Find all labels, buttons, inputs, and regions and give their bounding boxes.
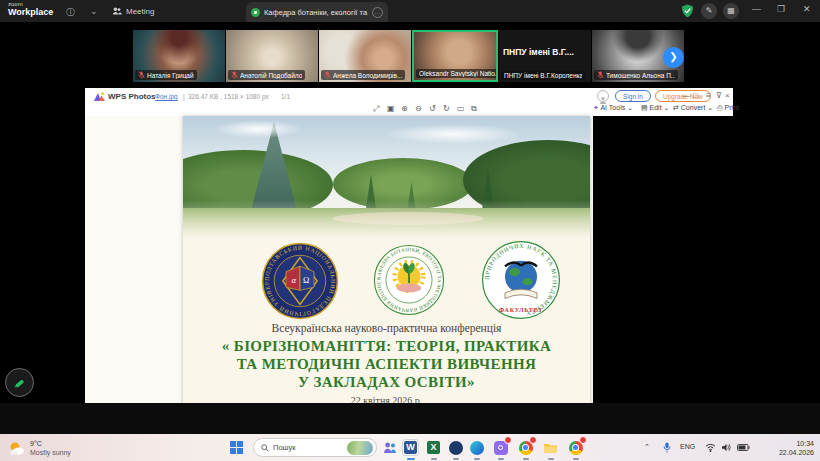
weather-widget[interactable]: 9°C Mostly sunny	[8, 439, 71, 457]
wps-maximize-icon[interactable]: □	[693, 91, 698, 100]
zoom-workplace-logo: zoom Workplace	[8, 1, 53, 17]
convert-menu[interactable]: ⇄ Convert ⌄	[673, 104, 713, 112]
meeting-people-icon	[112, 6, 122, 16]
participant-tile-text: ПНПУ імені В.Г....	[503, 47, 574, 57]
edit-menu[interactable]: ▤ Edit ⌄	[641, 104, 669, 112]
wps-minimize-icon[interactable]: —	[682, 91, 690, 100]
participant-tile[interactable]: Анжела Володимирів...	[319, 30, 411, 82]
search-highlight-thumbnail[interactable]	[347, 441, 373, 455]
clock-time: 10:34	[779, 439, 814, 448]
minimize-button[interactable]: —	[752, 4, 761, 14]
tray-chevron-icon[interactable]: ⌃	[644, 443, 650, 451]
svg-text:α: α	[291, 275, 296, 285]
frame-icon[interactable]: ⧉	[471, 104, 477, 114]
clock-date: 22.04.2026	[779, 448, 814, 457]
chevron-down-icon[interactable]: ⌄	[90, 6, 98, 16]
conference-poster: ПОЛТАВСЬКИЙ НАЦІОНАЛЬНИЙ ПЕДАГОГІЧНИЙ УН…	[183, 116, 590, 406]
wps-photos-canvas: ПОЛТАВСЬКИЙ НАЦІОНАЛЬНИЙ ПЕДАГОГІЧНИЙ УН…	[85, 116, 593, 403]
muted-mic-icon	[324, 71, 331, 79]
delete-icon[interactable]: ▭	[457, 104, 465, 113]
menu-icon[interactable]: ≡	[706, 91, 711, 100]
close-button[interactable]: ✕	[803, 4, 811, 14]
meeting-controls: ⌄ Audio ⌄ Video 40 ⌄ Participants Chat	[0, 403, 820, 434]
apps-grid-icon[interactable]: ▦	[723, 3, 739, 19]
navy-app-icon[interactable]	[447, 439, 464, 456]
wps-file-link[interactable]: Фон.jpg	[155, 93, 178, 100]
info-icon[interactable]: ⓘ	[66, 6, 75, 19]
wps-page-indicator: 1/1	[281, 93, 290, 100]
titlebar: zoom Workplace ⓘ ⌄ Meeting Кафедра ботан…	[0, 0, 820, 22]
conference-type: Всеукраїнська науково-практична конферен…	[183, 322, 590, 334]
weather-icon	[8, 440, 25, 457]
tab-more-icon[interactable]: …	[372, 7, 383, 18]
participant-tile-active-speaker[interactable]: Oleksandr Savytskyi Natio...	[412, 30, 498, 82]
sign-in-button[interactable]: Sign in	[615, 90, 651, 102]
muted-mic-icon	[597, 71, 604, 79]
security-shield-icon[interactable]	[681, 4, 694, 18]
participant-tile[interactable]: ПНПУ імені В.Г.... ПНПУ імені В.Г.Короле…	[499, 30, 591, 82]
pin-icon[interactable]: ⊽	[716, 91, 722, 100]
wps-close-icon[interactable]: ×	[725, 91, 730, 100]
next-videos-button[interactable]: ❯	[663, 47, 684, 68]
svg-text:Ω: Ω	[303, 275, 309, 285]
viber-notification-badge	[504, 436, 512, 444]
wps-app-name: WPS Photos	[108, 92, 156, 101]
file-explorer-icon[interactable]	[542, 439, 559, 456]
battery-icon[interactable]	[737, 444, 750, 451]
edge-icon[interactable]	[468, 439, 485, 456]
word-icon[interactable]: W	[402, 439, 419, 456]
faculty-caption: ФАКУЛЬТЕТ	[499, 307, 543, 313]
muted-mic-icon	[231, 71, 238, 79]
annotation-button[interactable]	[5, 368, 34, 397]
wps-photos-logo	[94, 91, 105, 101]
maximize-button[interactable]: ❐	[777, 4, 785, 14]
pencil-icon	[13, 376, 26, 389]
tab-shared-screen[interactable]: Кафедра ботаніки, екології та м …	[246, 2, 388, 22]
zoom-out-icon[interactable]: ⊖	[415, 104, 422, 113]
start-button[interactable]	[228, 439, 245, 456]
speaker-icon[interactable]	[721, 443, 731, 452]
chrome2-notification-badge	[579, 436, 587, 444]
department-logo: КАФЕДРА БОТАНІКИ, ЕКОЛОГІЇ ТА МЕТОДИКИ Н…	[373, 244, 445, 316]
annotate-pencil-icon[interactable]: ✎	[701, 3, 717, 19]
clock-widget[interactable]: 10:34 22.04.2026	[779, 439, 814, 457]
windows-taskbar: 9°C Mostly sunny Пошук W X	[0, 434, 820, 461]
tab-camera-icon	[251, 8, 260, 17]
viber-icon[interactable]	[492, 439, 509, 456]
chrome-notification-badge	[529, 436, 537, 444]
fullscreen-icon[interactable]: ⤢	[373, 104, 379, 114]
tray-mic-icon[interactable]	[663, 442, 671, 453]
language-indicator[interactable]: ENG	[680, 443, 695, 450]
chrome-icon[interactable]	[517, 439, 534, 456]
logos-row: ПОЛТАВСЬКИЙ НАЦІОНАЛЬНИЙ ПЕДАГОГІЧНИЙ УН…	[183, 240, 590, 320]
avatar[interactable]	[597, 90, 609, 102]
wifi-icon[interactable]	[705, 443, 716, 452]
excel-icon[interactable]: X	[425, 439, 442, 456]
faculty-logo: ПРИРОДНИЧИХ НАУК ТА МЕНЕДЖМЕНТУ ФАКУЛЬТЕ…	[481, 240, 561, 320]
university-emblem: ПОЛТАВСЬКИЙ НАЦІОНАЛЬНИЙ ПЕДАГОГІЧНИЙ УН…	[261, 242, 339, 320]
conference-title: « БІОРІЗНОМАНІТТЯ: ТЕОРІЯ, ПРАКТИКА ТА М…	[183, 337, 590, 391]
rotate-right-icon[interactable]: ↻	[443, 104, 450, 113]
zoom-in-icon[interactable]: ⊕	[401, 104, 408, 113]
weather-temp: 9°C	[30, 439, 71, 448]
chrome-profile2-icon[interactable]	[567, 439, 584, 456]
rotate-left-icon[interactable]: ↺	[429, 104, 436, 113]
botanical-garden-photo	[183, 116, 590, 244]
search-icon	[261, 444, 269, 452]
wps-file-meta: 326.47 KB , 1518 × 1080 px	[188, 93, 269, 100]
search-box[interactable]: Пошук	[253, 438, 377, 457]
search-placeholder: Пошук	[273, 443, 343, 452]
fit-window-icon[interactable]: ▣	[387, 104, 395, 113]
print-menu[interactable]: ⎙ Print	[717, 104, 739, 112]
muted-mic-icon	[138, 71, 145, 79]
participant-tile[interactable]: Анатолій Подобайло	[226, 30, 318, 82]
weather-desc: Mostly sunny	[30, 448, 71, 457]
zoom-meeting-window: zoom Workplace ⓘ ⌄ Meeting Кафедра ботан…	[0, 0, 820, 461]
taskbar-people-icon[interactable]	[381, 439, 398, 456]
ai-tools-menu[interactable]: ✦ AI Tools ⌄	[593, 104, 633, 112]
wps-photos-titlebar: WPS Photos Фон.jpg | 326.47 KB , 1518 × …	[85, 88, 733, 116]
tab-meeting[interactable]: Meeting	[112, 0, 154, 22]
participant-tile[interactable]: Наталія Грицай	[133, 30, 225, 82]
